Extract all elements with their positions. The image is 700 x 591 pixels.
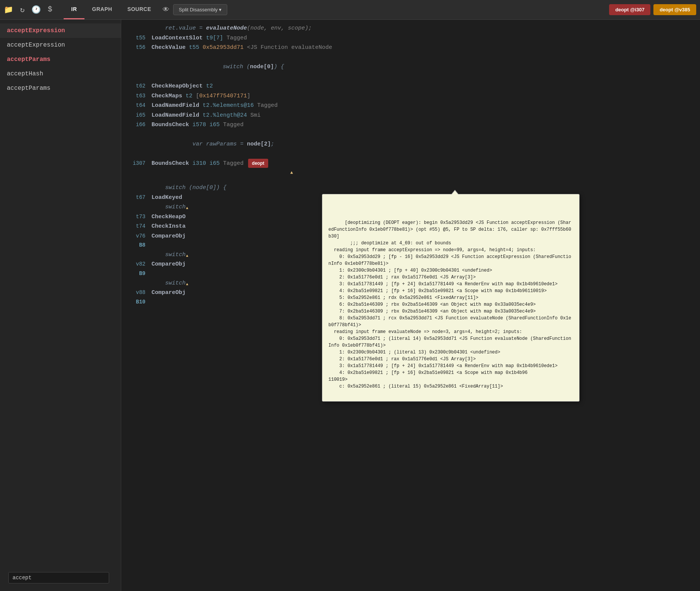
- code-t56-addr: 0x5a2953dd71: [199, 43, 244, 53]
- caret-b9: ▲: [186, 281, 188, 288]
- refresh-icon[interactable]: ↻: [20, 5, 25, 14]
- code-i65-ref: t2.%length@24: [199, 111, 247, 120]
- history-icon[interactable]: 🕐: [31, 5, 41, 14]
- code-switch-b9: switch: [152, 278, 186, 288]
- deopt-v385-button[interactable]: deopt @v385: [653, 4, 696, 15]
- code-t74-op: CheckInsta: [152, 222, 186, 231]
- sidebar: acceptExpression acceptExpression accept…: [0, 20, 121, 591]
- code-line-t56: t56 CheckValue t55 0x5a2953dd71 <JS Func…: [129, 43, 692, 53]
- line-num-v76: v76: [129, 232, 152, 241]
- code-t63-ref: t2: [182, 91, 192, 101]
- code-t56-ref: t55: [186, 43, 199, 53]
- sidebar-item-accept-expression-1[interactable]: acceptExpression: [0, 23, 121, 38]
- code-line-i307: i307 BoundsCheck i310 i65 Tagged deopt ▲: [129, 159, 692, 183]
- code-i65-smi: Smi: [247, 111, 261, 120]
- code-line-t55: t55 LoadContextSlot t9[7] Tagged: [129, 33, 692, 43]
- code-t63-op: CheckMaps: [152, 91, 182, 101]
- line-num-v88: v88: [129, 288, 152, 297]
- eye-icon[interactable]: 👁: [162, 6, 169, 14]
- code-v88-op: CompareObj: [152, 288, 186, 298]
- code-t67-op: LoadKeyed: [152, 193, 182, 203]
- line-num-t62: t62: [129, 82, 152, 91]
- code-t62-op: CheckHeapObject: [152, 81, 203, 91]
- sidebar-search-input[interactable]: [8, 572, 109, 583]
- line-num-t63: t63: [129, 92, 152, 101]
- code-i66-tagged: Tagged: [220, 120, 244, 130]
- code-i307-tagged: Tagged: [220, 159, 244, 169]
- code-t73-op: CheckHeapO: [152, 212, 186, 222]
- code-i307-op: BoundsCheck: [152, 159, 189, 169]
- code-switch3: switch: [152, 202, 186, 212]
- code-t64-op: LoadNamedField: [152, 101, 199, 111]
- code-v82-op: CompareObj: [152, 260, 186, 269]
- line-num-t74: t74: [129, 222, 152, 231]
- code-switch1: switch (node[0]) {: [152, 53, 284, 82]
- code-t63-addr: 0x147f75407171: [199, 91, 247, 101]
- code-t64-ref: t2.%elements@16: [199, 101, 254, 111]
- toolbar: 📁 ↻ 🕐 $ IR GRAPH SOURCE 👁 Split Disassem…: [0, 0, 700, 20]
- line-num-i66: i66: [129, 120, 152, 130]
- code-t63-bracket-close: ]: [247, 91, 250, 101]
- line-num-t64: t64: [129, 101, 152, 110]
- code-line-ret: ret.value = evaluateNode(node, env, scop…: [129, 23, 692, 33]
- tab-ir[interactable]: IR: [64, 0, 84, 19]
- code-t64-tagged: Tagged: [254, 101, 278, 111]
- code-line-t63: t63 CheckMaps t2 [0x147f75407171]: [129, 91, 692, 101]
- tooltip-arrow-inner: [452, 191, 458, 195]
- toolbar-tabs: IR GRAPH SOURCE 👁 Split Disassembly ▾: [64, 0, 605, 19]
- tooltip-content: [deoptimizing (DEOPT eager): begin 0x5a2…: [328, 220, 571, 389]
- sidebar-item-accept-hash[interactable]: acceptHash: [0, 67, 121, 81]
- main-layout: acceptExpression acceptExpression accept…: [0, 20, 700, 591]
- code-switch-b8: switch: [152, 250, 186, 260]
- code-line-t62: t62 CheckHeapObject t2: [129, 81, 692, 91]
- sidebar-item-accept-params-1[interactable]: acceptParams: [0, 52, 121, 67]
- split-disassembly-button[interactable]: Split Disassembly ▾: [173, 4, 227, 15]
- deopt-tooltip: [deoptimizing (DEOPT eager): begin 0x5a2…: [322, 194, 580, 402]
- line-num-t56: t56: [129, 43, 152, 52]
- line-num-t67: t67: [129, 193, 152, 202]
- code-t56-desc: <JS Function evaluateNode: [244, 43, 332, 53]
- line-num-B10: B10: [129, 298, 152, 307]
- line-num-t55: t55: [129, 34, 152, 43]
- sidebar-item-accept-expression-2[interactable]: acceptExpression: [0, 38, 121, 52]
- code-line-i65: i65 LoadNamedField t2.%length@24 Smi: [129, 111, 692, 120]
- code-line-rawparams: var rawParams = node[2];: [129, 130, 692, 159]
- dollar-icon[interactable]: $: [48, 5, 52, 14]
- caret-switch3: ▲: [186, 205, 188, 211]
- code-i307-refs: i310 i65: [189, 159, 220, 169]
- line-num-i65: i65: [129, 111, 152, 120]
- code-i65-op: LoadNamedField: [152, 111, 199, 120]
- code-t55-ref: t9[7]: [203, 33, 223, 43]
- toolbar-icons: 📁 ↻ 🕐 $: [4, 5, 52, 14]
- code-t55-tagged: Tagged: [223, 33, 247, 43]
- line-num-B9: B9: [129, 269, 152, 278]
- code-t55-op: LoadContextSlot: [152, 33, 203, 43]
- tab-graph[interactable]: GRAPH: [84, 0, 120, 19]
- code-t63-bracket-open: [: [192, 91, 199, 101]
- code-ret-value: ret.value = evaluateNode(node, env, scop…: [152, 23, 312, 33]
- code-line-switch2: switch (node[0]) {: [129, 183, 692, 193]
- caret-i307: ▲: [269, 161, 293, 184]
- code-line-switch1: switch (node[0]) {: [129, 53, 692, 82]
- code-line-i66: i66 BoundsCheck i578 i65 Tagged: [129, 120, 692, 130]
- code-t62-ref: t2: [203, 81, 213, 91]
- code-line-t64: t64 LoadNamedField t2.%elements@16 Tagge…: [129, 101, 692, 111]
- line-num-v82: v82: [129, 260, 152, 269]
- code-v76-op: CompareObj: [152, 231, 186, 241]
- code-area[interactable]: ret.value = evaluateNode(node, env, scop…: [121, 20, 700, 591]
- deopt-i307-button[interactable]: deopt @i307: [609, 4, 650, 15]
- code-t56-op: CheckValue: [152, 43, 186, 53]
- sidebar-item-accept-params-2[interactable]: acceptParams: [0, 81, 121, 95]
- code-rawparams: var rawParams = node[2];: [152, 130, 274, 159]
- line-num-B8: B8: [129, 241, 152, 250]
- line-num-i307: i307: [129, 159, 152, 168]
- code-i66-refs: i578 i65: [189, 120, 220, 130]
- caret-b8: ▲: [186, 253, 188, 259]
- folder-icon[interactable]: 📁: [4, 5, 13, 14]
- line-num-t73: t73: [129, 213, 152, 222]
- deopt-badge-i307[interactable]: deopt: [248, 159, 268, 168]
- code-i66-op: BoundsCheck: [152, 120, 189, 130]
- tab-source[interactable]: SOURCE: [120, 0, 159, 19]
- code-switch2: switch (node[0]) {: [152, 183, 227, 193]
